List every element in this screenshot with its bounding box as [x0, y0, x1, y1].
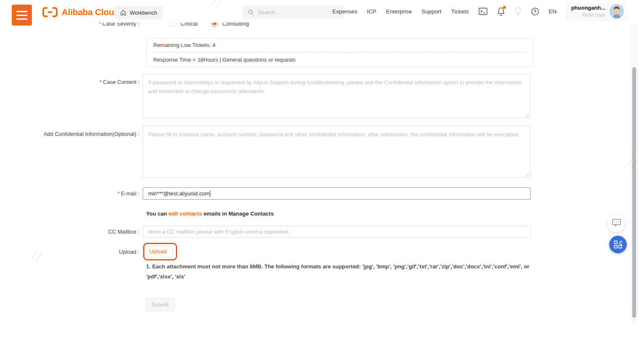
- submit-button[interactable]: Submit: [146, 298, 175, 311]
- terminal-icon: [479, 8, 487, 15]
- case-content-textarea[interactable]: [143, 74, 531, 118]
- nav-expenses[interactable]: Expenses: [332, 8, 357, 15]
- help-circle-icon: ?: [531, 8, 539, 16]
- nav-support[interactable]: Support: [421, 8, 441, 15]
- notification-dot: [503, 6, 506, 9]
- account-menu[interactable]: phuonganh... RAM User: [566, 2, 627, 21]
- workbench-label: Workbench: [130, 10, 157, 16]
- cc-mailbox-input[interactable]: More a CC mailbox please with English co…: [143, 226, 531, 238]
- alibaba-cloud-brackets-icon: [42, 7, 58, 18]
- alibaba-cloud-logo[interactable]: Alibaba Cloud: [42, 5, 119, 19]
- help-button[interactable]: ?: [531, 8, 539, 16]
- top-header: Alibaba Cloud Workbench Search... Expens…: [0, 0, 644, 23]
- required-mark: *: [118, 190, 120, 197]
- feedback-chat-button[interactable]: [607, 214, 625, 232]
- search-icon: [248, 9, 254, 16]
- confidential-textarea[interactable]: [143, 126, 531, 178]
- upload-label: Upload :: [0, 249, 143, 255]
- nav-enterprise[interactable]: Enterprise: [386, 8, 412, 15]
- remaining-tickets-text: Remaining Low Tickets: 4: [153, 38, 527, 53]
- notifications-button[interactable]: [497, 7, 505, 16]
- ticket-form: *Case Severity : Critical Consulting Rem…: [0, 0, 644, 338]
- text-caret: [210, 190, 210, 197]
- chat-bubble-icon: [612, 219, 621, 227]
- attachment-note-line1: 1. Each attachment must not more than 8M…: [146, 262, 566, 272]
- cc-mailbox-row: CC Mailbox : More a CC mailbox please wi…: [0, 226, 558, 238]
- attachment-note: 1. Each attachment must not more than 8M…: [146, 262, 566, 282]
- avatar[interactable]: [610, 4, 624, 18]
- email-label: *E-mail :: [0, 190, 143, 197]
- apps-grid-icon: [614, 240, 622, 249]
- upload-row: Upload : Upload: [0, 246, 558, 257]
- cc-placeholder: More a CC mailbox please with English co…: [148, 229, 290, 235]
- email-help-text: You can edit contacts emails in Manage C…: [146, 211, 274, 217]
- required-mark: *: [99, 79, 102, 85]
- workbench-button[interactable]: Workbench: [114, 6, 163, 19]
- search-input[interactable]: Search...: [243, 5, 344, 19]
- upload-button[interactable]: Upload: [143, 246, 173, 257]
- home-icon: [120, 10, 126, 16]
- language-selector[interactable]: EN: [549, 8, 557, 15]
- cc-mailbox-label: CC Mailbox :: [0, 229, 143, 235]
- header-divider: [108, 7, 109, 18]
- lightbulb-icon: [515, 7, 521, 16]
- email-row: *E-mail : min***@test.aliyunid.com: [0, 187, 558, 200]
- ticket-info-box: Remaining Low Tickets: 4 Response Time <…: [146, 38, 534, 67]
- account-name: phuonganh...: [571, 4, 605, 12]
- attachment-note-line2: 'pdf','xlsx', 'xls': [146, 272, 566, 282]
- search-placeholder: Search...: [258, 9, 280, 16]
- nav-icp[interactable]: ICP: [367, 8, 377, 15]
- email-input[interactable]: min***@test.aliyunid.com: [143, 187, 531, 200]
- menu-hamburger-button[interactable]: [12, 5, 32, 26]
- cloud-shell-button[interactable]: [479, 8, 487, 15]
- scrollbar-thumb[interactable]: [632, 67, 636, 318]
- edit-contacts-link[interactable]: edit contacts: [168, 211, 202, 217]
- quick-apps-button[interactable]: [609, 236, 627, 253]
- email-value: min***@test.aliyunid.com: [148, 190, 209, 197]
- confidential-row: Add Confidential Information(Optional) :: [0, 126, 558, 179]
- account-role: RAM User: [571, 12, 605, 18]
- svg-text:?: ?: [534, 9, 536, 14]
- suggestions-button[interactable]: [515, 7, 521, 16]
- response-time-text: Response Time < 18Hours | General questi…: [153, 53, 527, 67]
- logo-text: Alibaba Cloud: [62, 7, 119, 17]
- case-content-row: *Case Content :: [0, 74, 558, 120]
- confidential-label: Add Confidential Information(Optional) :: [0, 126, 143, 179]
- nav-tickets[interactable]: Tickets: [451, 8, 469, 15]
- case-content-label: *Case Content :: [0, 74, 143, 120]
